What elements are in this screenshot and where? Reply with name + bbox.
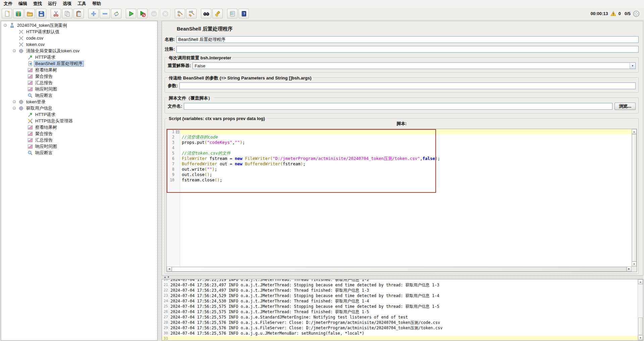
copy-button[interactable]: [62, 9, 72, 18]
menu-文件[interactable]: 文件: [1, 0, 15, 7]
editor-hscroll-thumb[interactable]: [172, 267, 627, 272]
tree-item[interactable]: token.csv: [1, 41, 157, 48]
log-scroll-down-button[interactable]: ▼: [638, 335, 643, 340]
reset-search-icon: [214, 10, 221, 17]
tree-item[interactable]: 清除全局变量以及token.csv: [1, 48, 157, 54]
tree-item[interactable]: HTTP请求: [1, 111, 157, 118]
tree-item[interactable]: code.csv: [1, 35, 157, 41]
parameters-input[interactable]: [179, 82, 636, 89]
scroll-right-button[interactable]: ▶: [627, 267, 632, 272]
function-helper-button[interactable]: [227, 9, 237, 18]
clear-button[interactable]: [175, 9, 185, 18]
tree-item[interactable]: 聚合报告: [1, 73, 157, 79]
log-line: 272024-07-04 17:56:25,575 INFO o.a.j.e.S…: [162, 315, 638, 320]
cut-button[interactable]: [51, 9, 61, 18]
tree-item[interactable]: 响应断言: [1, 92, 157, 99]
tree-item[interactable]: BeanShell 后置处理程序: [1, 60, 157, 67]
reset-search-button[interactable]: [212, 9, 223, 18]
menu-查找[interactable]: 查找: [30, 0, 45, 7]
open-file-button[interactable]: [24, 9, 35, 18]
config-icon: [18, 29, 24, 35]
log-viewer[interactable]: 202024-07-04 17:56:22,519 INFO o.a.j.t.J…: [162, 279, 643, 341]
editor-horizontal-scrollbar[interactable]: ◀ ▶: [167, 267, 632, 272]
tree-item[interactable]: HTTP信息头管理器: [1, 118, 157, 124]
threadgroup-icon: [18, 99, 24, 105]
log-vertical-scrollbar[interactable]: ▲ ▼: [638, 279, 643, 340]
tree-expand-handle-icon[interactable]: [11, 107, 18, 110]
menu-编辑[interactable]: 编辑: [15, 0, 30, 7]
thread-counts[interactable]: 0/5: [625, 11, 631, 16]
clear-all-icon: [188, 10, 195, 17]
remove-button[interactable]: [100, 9, 110, 18]
new-file-button[interactable]: [2, 9, 12, 18]
tree-item[interactable]: 响应时间图: [1, 143, 157, 150]
reset-group-title: 每次调用前重置 bsh.Interpreter: [167, 55, 232, 61]
tree-item[interactable]: 汇总报告: [1, 137, 157, 143]
menu-工具[interactable]: 工具: [74, 0, 89, 7]
tree-item-label: 清除全局变量以及token.csv: [25, 48, 80, 54]
comment-input[interactable]: [176, 46, 639, 53]
tree-expand-handle-icon[interactable]: [2, 24, 9, 27]
tree-item[interactable]: HTTP请求: [1, 54, 157, 60]
tree-item-label: HTTP请求默认值: [25, 29, 60, 35]
listener-icon: [27, 144, 33, 149]
tree-item[interactable]: 聚合报告: [1, 130, 157, 137]
log-line-text: 2024-07-04 17:56:25,576 INFO o.a.j.s.Fil…: [169, 325, 442, 331]
listener-icon: [27, 131, 33, 136]
tree-item[interactable]: HTTP请求默认值: [1, 29, 157, 35]
tree-expand-handle-icon[interactable]: [11, 49, 18, 52]
test-plan-tree: 20240704_token压测案例HTTP请求默认值code.csvtoken…: [1, 21, 158, 341]
tree-item[interactable]: 响应断言: [1, 150, 157, 156]
fold-collapse-icon[interactable]: [175, 129, 180, 134]
clear-all-button[interactable]: [186, 9, 197, 18]
tree-expand-handle-icon[interactable]: [11, 100, 18, 103]
update-button[interactable]: [111, 9, 121, 18]
code-line: 8out.write("");: [167, 167, 632, 172]
log-line-text: 2024-07-04 17:56:25,576 INFO o.a.j.g.u.J…: [169, 331, 364, 336]
menu-运行[interactable]: 运行: [45, 0, 60, 7]
name-input[interactable]: [176, 36, 639, 43]
search-button[interactable]: [201, 9, 211, 18]
editor-log-splitter[interactable]: ▲▼: [162, 276, 643, 279]
scroll-left-button[interactable]: ◀: [167, 267, 172, 272]
reset-interpreter-select[interactable]: False ▼: [193, 62, 636, 69]
help-button[interactable]: ?: [238, 9, 249, 18]
tree-item[interactable]: token登录: [1, 99, 157, 105]
log-vscroll-thumb[interactable]: [638, 318, 643, 335]
paste-button[interactable]: [73, 9, 84, 18]
menu-选项[interactable]: 选项: [60, 0, 74, 7]
menu-帮助[interactable]: 帮助: [89, 0, 104, 7]
warning-icon[interactable]: [610, 11, 616, 16]
testplan-icon: [9, 23, 15, 28]
save-button[interactable]: [36, 9, 46, 18]
splitter-expand-icons[interactable]: ▲▼: [164, 276, 170, 279]
add-button[interactable]: [88, 9, 99, 18]
elapsed-time: 00:00:13: [591, 11, 608, 16]
tree-main-splitter[interactable]: [158, 20, 162, 341]
tree-item[interactable]: 察看结果树: [1, 124, 157, 130]
log-line-text: 2024-07-04 17:56:25,575 INFO o.a.j.e.Sta…: [169, 315, 408, 320]
browse-button[interactable]: 浏览...: [614, 103, 636, 110]
tree-item[interactable]: 20240704_token压测案例: [1, 22, 157, 29]
tree-item[interactable]: 汇总报告: [1, 79, 157, 86]
scroll-up-button[interactable]: ▲: [632, 129, 637, 134]
editor-vertical-scrollbar[interactable]: ▲ ▼: [632, 129, 637, 267]
log-scroll-up-button[interactable]: ▲: [638, 279, 643, 284]
tree-item[interactable]: 响应时间图: [1, 86, 157, 92]
scroll-down-button[interactable]: ▼: [632, 262, 637, 267]
tree-item[interactable]: 获取用户信息: [1, 105, 157, 111]
tree-item[interactable]: 察看结果树: [1, 67, 157, 73]
script-editor[interactable]: 12//清空缓存的code3props.put("codeKeys","");4…: [166, 129, 637, 272]
fold-margin: [175, 151, 180, 156]
start-no-pauses-button[interactable]: [137, 9, 148, 18]
log-line: 232024-07-04 17:56:24,529 INFO o.a.j.t.J…: [162, 293, 638, 298]
templates-button[interactable]: [13, 9, 23, 18]
search-icon: [203, 10, 210, 17]
log-line-text: 2024-07-04 17:56:23,497 INFO o.a.j.t.JMe…: [169, 282, 439, 288]
parameters-label: 参数:: [168, 83, 178, 89]
filename-input[interactable]: [184, 103, 612, 110]
log-line-text: 2024-07-04 17:56:25,575 INFO o.a.j.t.JMe…: [169, 304, 439, 309]
editor-vscroll-thumb[interactable]: [632, 134, 637, 262]
start-button[interactable]: [126, 9, 136, 18]
code-line: 2//清空缓存的code: [167, 134, 632, 140]
